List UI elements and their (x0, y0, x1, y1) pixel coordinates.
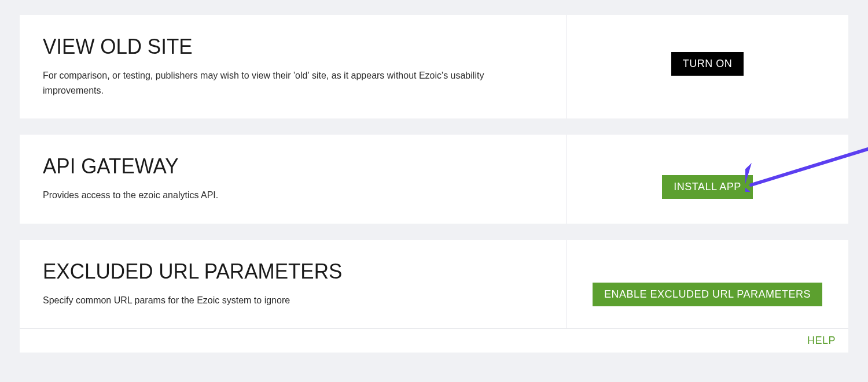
footer-bar: HELP (20, 328, 848, 353)
card-title: EXCLUDED URL PARAMETERS (43, 259, 543, 283)
card-title: API GATEWAY (43, 154, 543, 178)
card-api-gateway: API GATEWAY Provides access to the ezoic… (20, 135, 848, 224)
card-description: Specify common URL params for the Ezoic … (43, 293, 543, 308)
card-view-old-site: VIEW OLD SITE For comparison, or testing… (20, 15, 848, 118)
turn-on-button[interactable]: TURN ON (671, 52, 744, 76)
card-title: VIEW OLD SITE (43, 34, 543, 58)
card-action-area: TURN ON (567, 15, 848, 118)
card-content: EXCLUDED URL PARAMETERS Specify common U… (20, 240, 567, 329)
settings-list: VIEW OLD SITE For comparison, or testing… (20, 15, 848, 353)
card-content: API GATEWAY Provides access to the ezoic… (20, 135, 567, 224)
help-link[interactable]: HELP (807, 335, 836, 346)
card-action-area: INSTALL APP (567, 135, 848, 224)
card-content: VIEW OLD SITE For comparison, or testing… (20, 15, 567, 118)
enable-excluded-url-parameters-button[interactable]: ENABLE EXCLUDED URL PARAMETERS (593, 283, 822, 306)
card-action-area: ENABLE EXCLUDED URL PARAMETERS (567, 240, 848, 329)
install-app-button[interactable]: INSTALL APP (662, 175, 753, 199)
card-excluded-url-parameters: EXCLUDED URL PARAMETERS Specify common U… (20, 240, 848, 329)
card-description: Provides access to the ezoic analytics A… (43, 188, 543, 203)
card-description: For comparison, or testing, publishers m… (43, 68, 543, 98)
